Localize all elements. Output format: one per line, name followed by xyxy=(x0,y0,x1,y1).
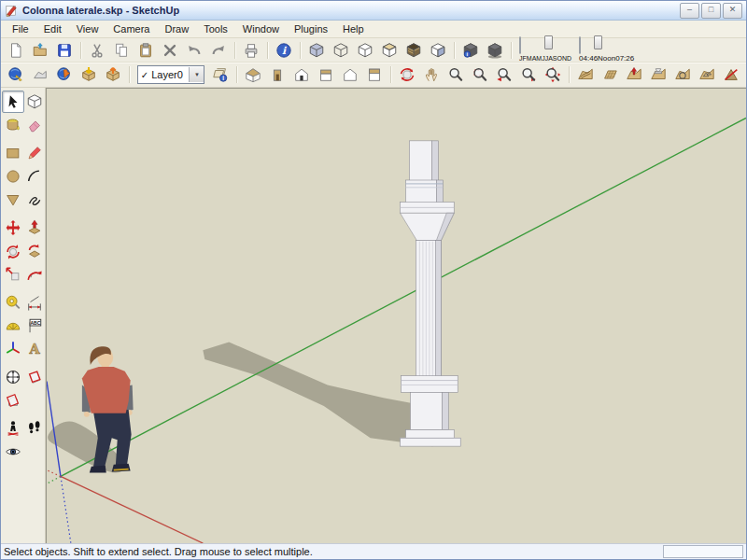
undo-button[interactable] xyxy=(182,39,206,62)
menu-draw[interactable]: Draw xyxy=(157,22,196,35)
sandbox-from-scratch-button[interactable] xyxy=(598,63,622,86)
view-back-button[interactable] xyxy=(338,63,362,86)
menu-view[interactable]: View xyxy=(69,22,106,35)
zoom-window-button[interactable] xyxy=(468,63,492,86)
paste-button[interactable] xyxy=(134,39,158,62)
sandbox-from-contours-button[interactable] xyxy=(573,63,598,86)
model-info-button[interactable]: i xyxy=(272,39,296,62)
look-around-tool[interactable] xyxy=(2,441,24,463)
shaded-button[interactable] xyxy=(377,39,402,62)
share-component-icon xyxy=(105,66,121,83)
offset-tool[interactable] xyxy=(23,263,46,286)
stamp-button[interactable] xyxy=(646,63,670,86)
zoom-button[interactable] xyxy=(444,63,468,86)
copy-button[interactable] xyxy=(109,39,134,62)
shaded-textures-button[interactable] xyxy=(402,39,426,62)
shadow-toggle-button[interactable] xyxy=(483,39,507,62)
model-viewport[interactable] xyxy=(46,88,746,543)
get-models-button[interactable] xyxy=(77,63,101,86)
layer-dropdown-arrow-icon[interactable]: ▼ xyxy=(189,67,204,82)
dimension-tool[interactable] xyxy=(23,291,46,314)
push-pull-tool[interactable] xyxy=(23,217,46,239)
view-right-button[interactable] xyxy=(314,63,338,86)
protractor-tool[interactable] xyxy=(2,315,24,337)
section-plane-tool[interactable] xyxy=(23,366,46,388)
xray-button[interactable] xyxy=(304,39,329,62)
shadow-date-handle[interactable] xyxy=(544,35,553,49)
minimize-button[interactable]: – xyxy=(680,3,699,19)
scale-tool[interactable] xyxy=(2,263,24,286)
menu-plugins[interactable]: Plugins xyxy=(287,22,335,35)
wireframe-button[interactable] xyxy=(329,39,353,62)
menu-file[interactable]: File xyxy=(5,22,36,35)
3d-text-tool[interactable]: A xyxy=(23,338,46,360)
eraser-tool[interactable] xyxy=(23,114,46,136)
restore-button[interactable]: □ xyxy=(701,3,721,19)
tape-measure-tool[interactable] xyxy=(2,291,24,314)
layer-manager-button[interactable]: i xyxy=(208,63,233,86)
get-current-view-button[interactable] xyxy=(4,63,28,86)
view-front-button[interactable] xyxy=(289,63,314,86)
polygon-tool[interactable] xyxy=(2,189,24,211)
print-button[interactable] xyxy=(239,39,263,62)
position-camera-tool[interactable] xyxy=(2,417,24,440)
menu-window[interactable]: Window xyxy=(235,22,287,35)
menu-edit[interactable]: Edit xyxy=(36,22,69,35)
rotate-tool[interactable] xyxy=(2,240,24,262)
pan-button[interactable] xyxy=(419,63,444,86)
view-left-button[interactable] xyxy=(265,63,289,86)
paint-bucket-icon xyxy=(5,117,21,133)
add-detail-button[interactable] xyxy=(695,63,719,86)
select-tool[interactable] xyxy=(2,91,24,113)
move-tool[interactable] xyxy=(2,217,24,239)
arc-tool[interactable] xyxy=(23,165,46,188)
walk-tool[interactable] xyxy=(23,417,46,440)
shadow-date-bar[interactable] xyxy=(519,36,521,54)
view-iso-button[interactable] xyxy=(241,63,265,86)
svg-text:ABC: ABC xyxy=(31,321,41,326)
share-model-button[interactable] xyxy=(52,63,77,86)
drape-button[interactable] xyxy=(670,63,695,86)
orbit-button[interactable] xyxy=(395,63,419,86)
zoom-next-button[interactable] xyxy=(516,63,541,86)
hidden-line-button[interactable] xyxy=(353,39,377,62)
camera-compass-tool[interactable] xyxy=(2,366,24,388)
view-top-button[interactable] xyxy=(362,63,387,86)
menu-help[interactable]: Help xyxy=(335,22,372,35)
menu-tools[interactable]: Tools xyxy=(196,22,235,35)
toolbar-separator xyxy=(234,42,235,59)
circle-tool[interactable] xyxy=(2,165,24,188)
shadow-date-slider[interactable]: JFMAMJJASOND xyxy=(519,37,571,63)
save-button[interactable] xyxy=(52,39,77,62)
new-file-button[interactable] xyxy=(4,39,28,62)
smoove-button[interactable] xyxy=(622,63,646,86)
axes-tool[interactable] xyxy=(2,338,24,360)
erase-button[interactable] xyxy=(158,39,182,62)
flip-edge-button[interactable] xyxy=(719,63,743,86)
paint-bucket-tool[interactable] xyxy=(2,114,24,136)
make-component-tool[interactable] xyxy=(23,91,46,113)
freehand-tool[interactable] xyxy=(23,189,46,211)
cut-button[interactable] xyxy=(85,39,109,62)
shadow-time-handle[interactable] xyxy=(594,35,602,49)
share-component-button[interactable] xyxy=(101,63,125,86)
scene-3d[interactable] xyxy=(47,89,746,543)
menu-camera[interactable]: Camera xyxy=(106,22,157,35)
zoom-extents-button[interactable] xyxy=(541,63,565,86)
redo-button[interactable] xyxy=(206,39,231,62)
line-tool[interactable] xyxy=(23,142,46,164)
open-file-button[interactable] xyxy=(28,39,52,62)
shadow-time-bar[interactable] xyxy=(579,36,581,54)
shadow-settings-button[interactable]: i xyxy=(458,39,483,62)
text-tool[interactable]: ABC xyxy=(23,315,46,337)
section-cut-tool[interactable] xyxy=(2,389,24,412)
layer-dropdown[interactable]: ✓ Layer0 ▼ xyxy=(137,65,205,84)
toggle-terrain-button[interactable] xyxy=(28,63,52,86)
monochrome-button[interactable] xyxy=(426,39,450,62)
close-button[interactable]: ✕ xyxy=(723,3,742,19)
rectangle-tool[interactable] xyxy=(2,142,24,164)
zoom-previous-button[interactable] xyxy=(492,63,516,86)
measurements-box[interactable] xyxy=(663,545,743,558)
shadow-time-slider[interactable]: 04:46 Noon 07:26 xyxy=(579,37,634,63)
follow-me-tool[interactable] xyxy=(23,240,46,262)
